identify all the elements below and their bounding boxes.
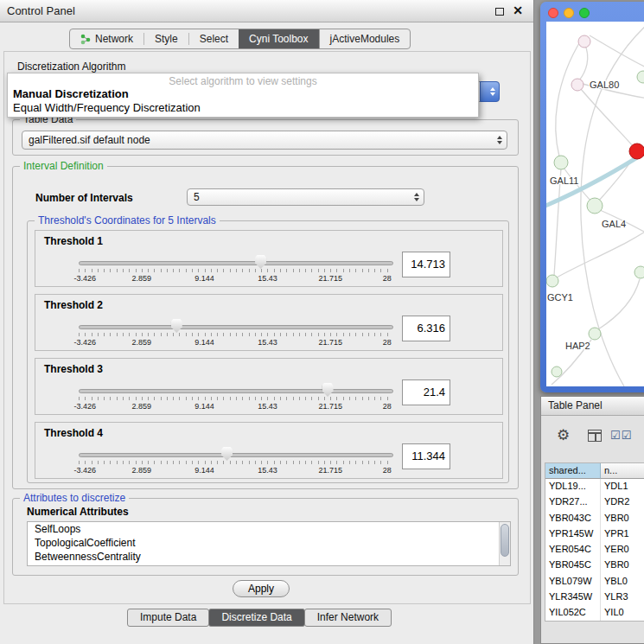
network-node-gal80[interactable] (571, 79, 583, 91)
apply-button[interactable]: Apply (233, 580, 290, 597)
dropdown-item-equal-width-frequency[interactable]: Equal Width/Frequency Discretization (8, 101, 478, 115)
threshold-value-field[interactable]: 11.344 (402, 443, 450, 469)
threshold-coordinates-label: Threshold's Coordinates for 5 Intervals (35, 214, 220, 226)
minimize-traffic-light-icon[interactable] (564, 8, 574, 18)
table-row[interactable]: YDR27...YDR2 (545, 494, 644, 510)
gear-icon[interactable]: ⚙ (557, 426, 570, 445)
cell[interactable]: YDL19... (545, 479, 601, 494)
tab-jactivemodules[interactable]: jActiveModules (319, 29, 411, 48)
network-node-gal4[interactable] (587, 198, 603, 214)
slider-thumb[interactable] (171, 319, 182, 333)
network-node-hap2[interactable] (589, 328, 601, 340)
cell[interactable]: YIL0 (601, 605, 644, 621)
cell[interactable]: YLR3 (601, 590, 644, 605)
cell[interactable]: YBR0 (601, 511, 644, 526)
tick-label: 2.859 (132, 466, 152, 475)
cell[interactable]: YBL079W (545, 574, 601, 590)
threshold-slider[interactable]: -3.426 2.859 9.144 15.43 21.715 28 (79, 379, 393, 412)
table-panel-title: Table Panel (548, 399, 603, 411)
slider-thumb[interactable] (322, 383, 334, 397)
threshold-value-field[interactable]: 6.316 (402, 316, 450, 341)
tab-select[interactable]: Select (189, 29, 239, 48)
tab-style[interactable]: Style (144, 29, 188, 48)
threshold-value-field[interactable]: 21.4 (402, 379, 450, 405)
tab-network[interactable]: Network (70, 29, 143, 48)
table-row[interactable]: YDL19...YDL1 (545, 479, 644, 494)
tab-cyni-toolbox[interactable]: Cyni Toolbox (239, 29, 318, 48)
slider-track[interactable] (79, 325, 393, 329)
cell[interactable]: YBR0 (601, 558, 644, 573)
table-panel-titlebar[interactable]: Table Panel (541, 397, 644, 416)
table-row[interactable]: YER054CYER0 (545, 542, 644, 558)
cell[interactable]: YPR145W (545, 526, 601, 542)
network-node[interactable] (637, 71, 644, 83)
cell[interactable]: YPR1 (601, 526, 644, 542)
number-of-intervals-combobox[interactable]: 5 (187, 188, 424, 206)
tab-infer-network[interactable]: Infer Network (304, 609, 392, 627)
tab-label: Style (155, 33, 178, 45)
table-row[interactable]: YLR345WYLR3 (545, 590, 644, 605)
slider-ticks (79, 333, 393, 336)
control-panel-window: Control Panel ✕ Network Style Select Cyn… (0, 0, 534, 644)
control-panel-titlebar[interactable]: Control Panel ✕ (0, 0, 533, 22)
columns-icon[interactable] (588, 430, 602, 442)
list-item[interactable]: TopologicalCoefficient (28, 536, 510, 550)
select-columns-icon[interactable]: ☑☑ (610, 426, 632, 445)
slider-track[interactable] (79, 389, 393, 393)
float-window-icon[interactable] (495, 8, 504, 16)
close-icon[interactable]: ✕ (513, 3, 523, 17)
cell[interactable]: YBR045C (545, 558, 601, 573)
tick-label: 21.715 (318, 274, 342, 283)
slider-thumb[interactable] (221, 447, 233, 461)
network-node-gcy1[interactable] (546, 275, 558, 287)
node-label: GAL11 (550, 175, 578, 186)
tick-label: -3.426 (74, 402, 97, 411)
network-canvas[interactable]: GAL80 GAL11 GAL4 GCY1 HAP2 (546, 22, 644, 386)
network-node-gal11[interactable] (554, 156, 568, 169)
table-row[interactable]: YBR043CYBR0 (545, 511, 644, 526)
zoom-traffic-light-icon[interactable] (579, 8, 590, 18)
list-scrollbar[interactable] (499, 522, 510, 565)
column-header-name[interactable]: n... (601, 463, 644, 479)
threshold-slider[interactable]: -3.426 2.859 9.144 15.43 21.715 28 (79, 443, 393, 476)
node-table: shared... n... YDL19...YDL1 YDR27...YDR2… (545, 462, 644, 622)
network-node[interactable] (578, 35, 590, 48)
threshold-value-field[interactable]: 14.713 (402, 252, 450, 277)
scrollbar-thumb[interactable] (501, 524, 509, 557)
interval-definition-group: Interval Definition Number of Intervals … (12, 166, 519, 489)
slider-scale: -3.426 2.859 9.144 15.43 21.715 28 (79, 338, 393, 348)
table-row[interactable]: YPR145WYPR1 (545, 526, 644, 542)
desktop: Control Panel ✕ Network Style Select Cyn… (0, 0, 644, 644)
cell[interactable]: YIL052C (545, 605, 601, 621)
algorithm-dropdown-popup: Select algorithm to view settings Manual… (7, 73, 479, 118)
cell[interactable]: YER054C (545, 542, 601, 558)
cell[interactable]: YER0 (601, 542, 644, 558)
cell[interactable]: YBL0 (601, 574, 644, 590)
threshold-slider[interactable]: -3.426 2.859 9.144 15.43 21.715 28 (79, 252, 393, 284)
table-row[interactable]: YIL052CYIL0 (545, 605, 644, 621)
cell[interactable]: YBR043C (545, 511, 601, 526)
cell[interactable]: YDR2 (601, 494, 644, 510)
node-label: HAP2 (565, 341, 590, 351)
table-data-combobox[interactable]: galFiltered.sif default node (22, 131, 507, 150)
cell[interactable]: YLR345W (545, 590, 601, 605)
selected-network-node[interactable] (629, 143, 644, 159)
network-node[interactable] (634, 266, 644, 278)
threshold-slider[interactable]: -3.426 2.859 9.144 15.43 21.715 28 (79, 316, 393, 348)
tab-impute-data[interactable]: Impute Data (127, 609, 209, 627)
close-traffic-light-icon[interactable] (548, 8, 558, 18)
slider-track[interactable] (79, 453, 393, 457)
list-item[interactable]: SelfLoops (28, 522, 510, 536)
dropdown-item-manual-discretization[interactable]: Manual Discretization (8, 87, 478, 101)
slider-thumb[interactable] (255, 255, 266, 269)
slider-track[interactable] (79, 261, 393, 265)
table-row[interactable]: YBR045CYBR0 (545, 558, 644, 573)
cell[interactable]: YDL1 (601, 479, 644, 494)
network-node[interactable] (552, 367, 562, 377)
table-row[interactable]: YBL079WYBL0 (545, 574, 644, 590)
cell[interactable]: YDR27... (545, 494, 601, 510)
column-header-shared-name[interactable]: shared... (545, 463, 601, 479)
combobox-stepper[interactable] (480, 81, 500, 102)
tab-discretize-data[interactable]: Discretize Data (208, 609, 304, 627)
list-item[interactable]: BetweennessCentrality (28, 550, 510, 564)
